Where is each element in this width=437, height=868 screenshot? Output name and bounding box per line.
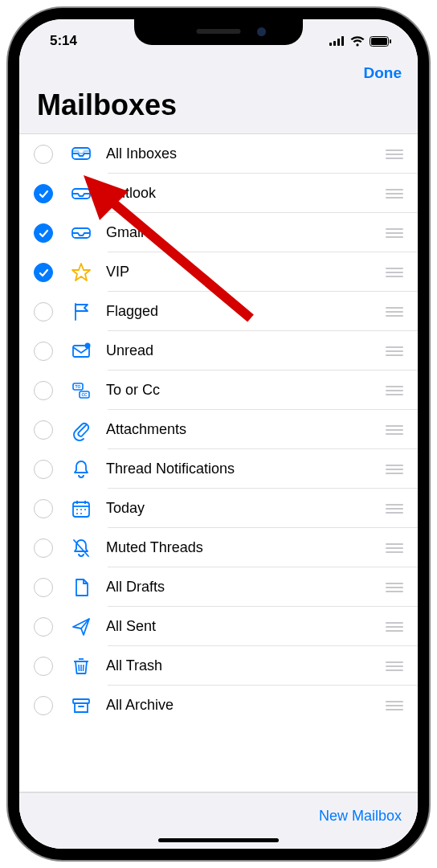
mailbox-row[interactable]: Gmail [19,213,418,252]
row-checkbox[interactable] [34,578,53,597]
row-checkbox[interactable] [34,381,53,400]
reorder-handle-icon[interactable] [386,661,403,671]
bell-icon [67,458,95,481]
mailbox-label: All Archive [106,697,386,714]
reorder-handle-icon[interactable] [386,425,403,435]
mailbox-row[interactable]: VIP [19,252,418,292]
inbox-icon [67,222,95,244]
mailbox-label: Today [106,500,386,517]
mailbox-row[interactable]: Muted Threads [19,528,418,567]
tocc-icon [67,379,95,402]
row-checkbox[interactable] [34,460,53,479]
mailbox-row[interactable]: Attachments [19,410,418,449]
row-checkbox[interactable] [34,263,53,282]
battery-icon [370,36,392,47]
unread-icon [67,340,95,362]
archive-icon [67,694,95,717]
mailbox-list: All InboxesOutlookGmailVIPFlaggedUnreadT… [19,133,418,792]
mailbox-label: Outlook [106,185,386,202]
mailbox-row[interactable]: To or Cc [19,371,418,410]
row-checkbox[interactable] [34,657,53,676]
mailbox-row[interactable]: All Archive [19,686,418,725]
reorder-handle-icon[interactable] [386,149,403,159]
mailbox-row[interactable]: Today [19,489,418,528]
reorder-handle-icon[interactable] [386,622,403,632]
calendar-icon [67,497,95,520]
row-checkbox[interactable] [34,302,53,321]
status-time: 5:14 [40,25,77,49]
svg-rect-5 [371,38,387,45]
paperclip-icon [67,419,95,441]
new-mailbox-button[interactable]: New Mailbox [319,808,402,825]
row-checkbox[interactable] [34,420,53,440]
mailbox-row[interactable]: All Sent [19,607,418,646]
mailbox-row[interactable]: All Trash [19,646,418,686]
draft-icon [67,576,95,599]
reorder-handle-icon[interactable] [386,504,403,514]
navbar: Done [19,55,418,82]
row-checkbox[interactable] [34,696,53,715]
reorder-handle-icon[interactable] [386,465,403,474]
mailbox-label: Gmail [106,224,386,241]
flag-icon [67,301,95,323]
row-checkbox[interactable] [34,499,53,518]
home-indicator[interactable] [158,838,279,842]
svg-rect-0 [329,43,332,46]
mailbox-label: Muted Threads [106,539,386,556]
mailbox-row[interactable]: Outlook [19,174,418,213]
svg-rect-3 [341,36,344,46]
reorder-handle-icon[interactable] [386,268,403,277]
row-checkbox[interactable] [34,184,53,203]
mailbox-row[interactable]: All Drafts [19,567,418,607]
mailbox-label: All Sent [106,618,386,635]
mailbox-label: Unread [106,342,386,359]
page-title: Mailboxes [19,82,418,133]
inbox-icon [67,182,95,205]
trash-icon [67,655,95,678]
reorder-handle-icon[interactable] [386,228,403,238]
mailbox-label: Attachments [106,421,386,438]
reorder-handle-icon[interactable] [386,543,403,553]
wifi-icon [350,36,365,47]
mailbox-row[interactable]: Flagged [19,292,418,331]
mailbox-row[interactable]: Thread Notifications [19,449,418,489]
reorder-handle-icon[interactable] [386,189,403,199]
bell-slash-icon [67,537,95,559]
reorder-handle-icon[interactable] [386,701,403,710]
mailbox-label: VIP [106,264,386,280]
mailbox-label: Thread Notifications [106,461,386,477]
mailbox-label: To or Cc [106,382,386,399]
row-checkbox[interactable] [34,538,53,558]
reorder-handle-icon[interactable] [386,346,403,356]
reorder-handle-icon[interactable] [386,386,403,395]
done-button[interactable]: Done [364,64,402,82]
mailbox-row[interactable]: Unread [19,331,418,371]
mailbox-label: All Inboxes [106,145,386,162]
sent-icon [67,616,95,638]
row-checkbox[interactable] [34,342,53,361]
row-checkbox[interactable] [34,617,53,637]
svg-rect-1 [333,41,336,46]
mailbox-label: Flagged [106,303,386,320]
reorder-handle-icon[interactable] [386,307,403,317]
svg-rect-6 [390,39,391,43]
all-inboxes-icon [67,143,95,166]
row-checkbox[interactable] [34,145,53,164]
reorder-handle-icon[interactable] [386,583,403,592]
mailbox-row[interactable]: All Inboxes [19,134,418,174]
mailbox-label: All Drafts [106,579,386,596]
cellular-icon [329,36,345,46]
mailbox-label: All Trash [106,657,386,674]
row-checkbox[interactable] [34,223,53,243]
star-icon [67,261,95,284]
svg-rect-2 [337,39,340,46]
